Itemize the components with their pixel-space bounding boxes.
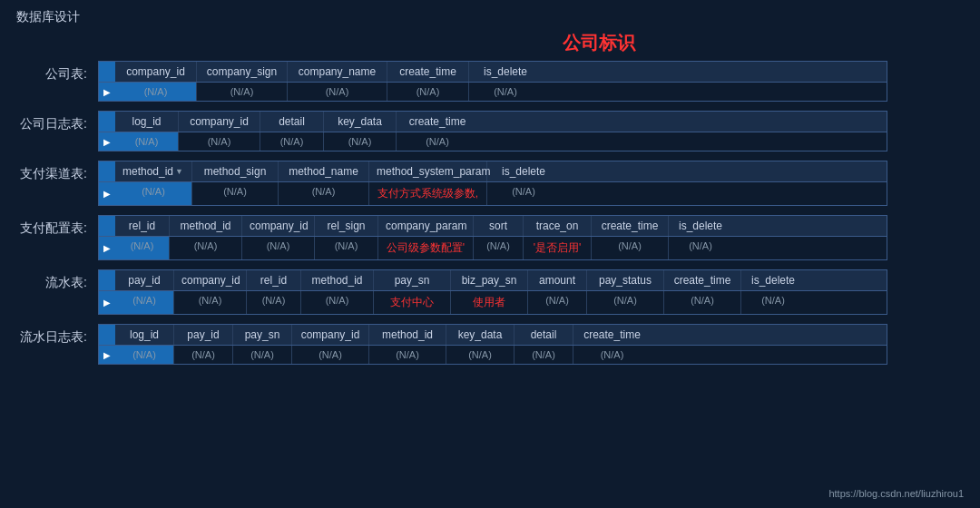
col-body-cell: (N/A) [115, 132, 179, 151]
col-body-cell: (N/A) [664, 291, 741, 314]
table-row-container: 支付配置表:rel_idmethod_idcompany_idrel_signc… [16, 215, 964, 260]
col-header-cell: method_id [369, 325, 446, 345]
col-header-cell: is_delete [741, 270, 805, 290]
col-header-cell: company_id [179, 112, 260, 132]
col-body-cell: (N/A) [174, 346, 233, 364]
col-header-cell: company_sign [197, 62, 288, 82]
arrow-col-header [99, 161, 115, 181]
db-table-body: ▶(N/A)(N/A)(N/A)(N/A)公司级参数配置'(N/A)'是否启用'… [99, 237, 887, 259]
col-body-cell: (N/A) [446, 346, 514, 364]
col-header-cell: company_param [378, 216, 474, 236]
col-header-cell: pay_sn [233, 325, 292, 345]
col-header-cell: log_id [115, 325, 174, 345]
col-header-cell: detail [514, 325, 573, 345]
db-table-body: ▶(N/A)(N/A)(N/A)(N/A)(N/A) [99, 132, 887, 151]
arrow-col-body[interactable]: ▶ [99, 83, 115, 101]
col-header-cell: amount [528, 270, 587, 290]
table-label: 支付配置表: [16, 215, 98, 237]
col-header-cell: log_id [115, 112, 179, 132]
db-table-header: log_idcompany_iddetailkey_datacreate_tim… [99, 112, 887, 132]
col-body-cell: (N/A) [741, 291, 805, 314]
col-body-cell: (N/A) [179, 132, 260, 151]
col-body-cell: (N/A) [260, 132, 324, 151]
col-header-cell: rel_sign [315, 216, 378, 236]
db-table: method_id▼method_signmethod_namemethod_s… [98, 161, 887, 206]
db-table-body: ▶(N/A)(N/A)(N/A)(N/A)支付中心使用者(N/A)(N/A)(N… [99, 291, 887, 314]
col-body-cell: (N/A) [528, 291, 587, 314]
col-header-cell: company_id [292, 325, 369, 345]
col-body-cell: (N/A) [115, 346, 174, 364]
col-header-cell: sort [474, 216, 524, 236]
table-row-container: 公司表:company_idcompany_signcompany_namecr… [16, 61, 964, 102]
col-body-cell: (N/A) [242, 237, 315, 259]
db-table-header: company_idcompany_signcompany_namecreate… [99, 62, 887, 83]
col-header-cell: biz_pay_sn [451, 270, 528, 290]
col-header-cell: method_id [170, 216, 242, 236]
db-table-header: pay_idcompany_idrel_idmethod_idpay_snbiz… [99, 270, 887, 291]
col-header-cell: method_id▼ [115, 161, 192, 181]
col-header-cell: pay_sn [374, 270, 451, 290]
col-header-cell: create_time [397, 112, 478, 132]
arrow-col-body[interactable]: ▶ [99, 182, 115, 205]
col-body-cell: (N/A) [115, 182, 192, 205]
col-body-cell: (N/A) [192, 182, 279, 205]
table-label: 公司日志表: [16, 111, 98, 132]
col-header-cell: key_data [446, 325, 514, 345]
table-label: 支付渠道表: [16, 161, 98, 182]
col-header-cell: create_time [387, 62, 469, 82]
col-header-cell: is_delete [469, 62, 542, 82]
col-header-cell: company_id [242, 216, 315, 236]
col-header-cell: method_system_param [369, 161, 487, 181]
col-header-cell: rel_id [115, 216, 170, 236]
col-body-cell: (N/A) [115, 83, 197, 101]
col-header-cell: create_time [592, 216, 669, 236]
col-header-cell: is_delete [487, 161, 560, 181]
col-header-cell: method_name [279, 161, 369, 181]
db-table-body: ▶(N/A)(N/A)(N/A)支付方式系统级参数,(N/A) [99, 182, 887, 205]
col-body-cell: (N/A) [369, 346, 446, 364]
col-header-cell: detail [260, 112, 324, 132]
arrow-col-body[interactable]: ▶ [99, 132, 115, 151]
footer-url: https://blog.csdn.net/liuzhirou1 [828, 488, 964, 499]
col-body-cell: (N/A) [315, 237, 378, 259]
col-header-cell: pay_id [174, 325, 233, 345]
col-header-cell: is_delete [669, 216, 732, 236]
col-header-cell: company_id [174, 270, 247, 290]
arrow-col-header [99, 325, 115, 345]
arrow-col-header [99, 62, 115, 82]
db-table: log_idpay_idpay_sncompany_idmethod_idkey… [98, 324, 887, 365]
db-table: company_idcompany_signcompany_namecreate… [98, 61, 887, 102]
col-body-cell: (N/A) [115, 237, 170, 259]
col-body-cell: 使用者 [451, 291, 528, 314]
db-table: rel_idmethod_idcompany_idrel_signcompany… [98, 215, 887, 260]
col-body-cell: (N/A) [197, 83, 288, 101]
arrow-col-body[interactable]: ▶ [99, 291, 115, 314]
table-row-container: 流水表:pay_idcompany_idrel_idmethod_idpay_s… [16, 269, 964, 315]
arrow-col-header [99, 112, 115, 132]
col-body-cell: 公司级参数配置' [378, 237, 474, 259]
col-body-cell: (N/A) [669, 237, 732, 259]
db-table: log_idcompany_iddetailkey_datacreate_tim… [98, 111, 887, 151]
col-header-cell: rel_id [247, 270, 301, 290]
arrow-col-body[interactable]: ▶ [99, 346, 115, 364]
col-body-cell: (N/A) [324, 132, 397, 151]
col-header-cell: method_sign [192, 161, 279, 181]
col-header-cell: create_time [664, 270, 741, 290]
col-header-cell: pay_id [115, 270, 174, 290]
arrow-col-body[interactable]: ▶ [99, 237, 115, 259]
col-header-cell: company_name [288, 62, 387, 82]
db-table: pay_idcompany_idrel_idmethod_idpay_snbiz… [98, 269, 887, 315]
col-body-cell: (N/A) [397, 132, 478, 151]
col-header-cell: company_id [115, 62, 197, 82]
db-table-header: log_idpay_idpay_sncompany_idmethod_idkey… [99, 325, 887, 346]
col-body-cell: (N/A) [301, 291, 374, 314]
content-area: 公司表:company_idcompany_signcompany_namecr… [0, 61, 980, 365]
col-body-cell: (N/A) [587, 291, 664, 314]
col-body-cell: (N/A) [115, 291, 174, 314]
db-table-header: method_id▼method_signmethod_namemethod_s… [99, 161, 887, 182]
table-label: 流水表: [16, 269, 98, 291]
table-row-container: 支付渠道表:method_id▼method_signmethod_nameme… [16, 161, 964, 206]
col-body-cell: (N/A) [514, 346, 573, 364]
col-body-cell: 支付方式系统级参数, [369, 182, 487, 205]
db-table-header: rel_idmethod_idcompany_idrel_signcompany… [99, 216, 887, 237]
